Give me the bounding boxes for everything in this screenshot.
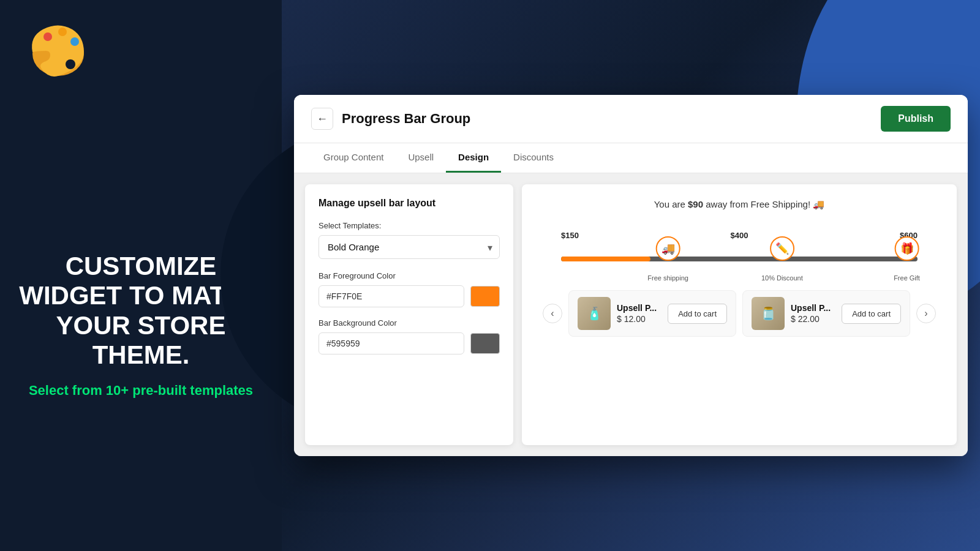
tab-group-content[interactable]: Group Content [311,143,396,173]
palette-icon [24,18,92,86]
upsell-name-1: Upsell P... [617,303,662,313]
preview-amount: $90 [688,199,703,209]
background-color-row: #595959 [318,332,500,354]
upsell-price-1: $ 12.00 [617,314,662,324]
select-templates-label: Select Templates: [318,221,500,230]
svg-point-2 [58,28,67,36]
background-color-swatch[interactable] [470,333,500,354]
preview-panel: You are $90 away from Free Shipping! 🚚 $… [522,184,957,445]
bar-fill [561,257,650,261]
sub-text: Select from 10+ pre-built templates [10,382,271,400]
background-color-input[interactable]: #595959 [318,332,464,354]
page-title: Progress Bar Group [342,111,470,127]
upsell-card-2: 🫙 Upsell P... $ 22.00 Add to cart [742,290,910,337]
tabs-bar: Group Content Upsell Design Discounts [294,143,968,173]
upsell-info-2: Upsell P... $ 22.00 [791,303,835,324]
foreground-color-input[interactable]: #FF7F0E [318,285,464,307]
upsell-info-1: Upsell P... $ 12.00 [617,303,662,324]
milestone-amount-1: $150 [561,231,579,240]
milestone-amount-2: $400 [731,231,748,240]
add-to-cart-button-1[interactable]: Add to cart [668,304,727,324]
app-header: ← Progress Bar Group Publish [294,95,968,143]
preview-message: You are $90 away from Free Shipping! 🚚 [537,199,942,210]
tab-upsell[interactable]: Upsell [396,143,446,173]
milestone-bubble-1: 🚚 Free shipping [647,236,688,282]
upsell-name-2: Upsell P... [791,303,835,313]
svg-point-1 [43,32,52,41]
bar-track: 🚚 Free shipping ✏️ 10% Discount 🎁 [561,257,918,261]
milestone-label-1: Free shipping [647,274,688,282]
background-color-label: Bar Background Color [318,318,500,328]
content-area: Manage upsell bar layout Select Template… [294,173,968,456]
svg-point-4 [66,59,75,69]
template-select-wrapper: Bold Orange Classic Blue Dark Mode ▾ [318,235,500,259]
milestone-icon-2: ✏️ [770,236,794,261]
add-to-cart-button-2[interactable]: Add to cart [842,304,901,324]
upsell-product-image-2: 🫙 [752,297,785,330]
main-area: ← Progress Bar Group Publish Group Conte… [282,0,980,551]
prev-arrow-button[interactable]: ‹ [543,304,562,323]
tab-discounts[interactable]: Discounts [501,143,566,173]
milestone-label-3: Free Gift [894,274,920,282]
publish-button[interactable]: Publish [881,106,951,132]
template-select[interactable]: Bold Orange Classic Blue Dark Mode [318,235,500,259]
progress-bar-section: $150 $400 $600 🚚 Free shipping [537,225,942,280]
foreground-color-swatch[interactable] [470,286,500,307]
milestones-row: $150 $400 $600 [555,231,924,240]
upsell-card-1: 🧴 Upsell P... $ 12.00 Add to cart [568,290,736,337]
foreground-color-label: Bar Foreground Color [318,271,500,280]
bar-wrapper: 🚚 Free shipping ✏️ 10% Discount 🎁 [555,244,924,274]
tab-design[interactable]: Design [446,143,501,173]
upsell-cards-area: ‹ 🧴 Upsell P... $ 12.00 Add to cart 🫙 [537,290,942,337]
foreground-color-row: #FF7F0E [318,285,500,307]
milestone-bubble-2: ✏️ 10% Discount [761,236,803,282]
milestone-label-2: 10% Discount [761,274,803,282]
upsell-price-2: $ 22.00 [791,314,835,324]
milestone-icon-3: 🎁 [895,236,919,261]
upsell-product-image-1: 🧴 [578,297,611,330]
next-arrow-button[interactable]: › [916,304,936,323]
milestone-icon-1: 🚚 [656,236,680,261]
panel-title: Manage upsell bar layout [318,198,500,209]
settings-panel: Manage upsell bar layout Select Template… [305,184,513,445]
svg-point-3 [70,37,79,46]
back-button[interactable]: ← [311,108,333,130]
milestone-bubble-3: 🎁 Free Gift [894,236,920,282]
app-window: ← Progress Bar Group Publish Group Conte… [294,95,968,456]
